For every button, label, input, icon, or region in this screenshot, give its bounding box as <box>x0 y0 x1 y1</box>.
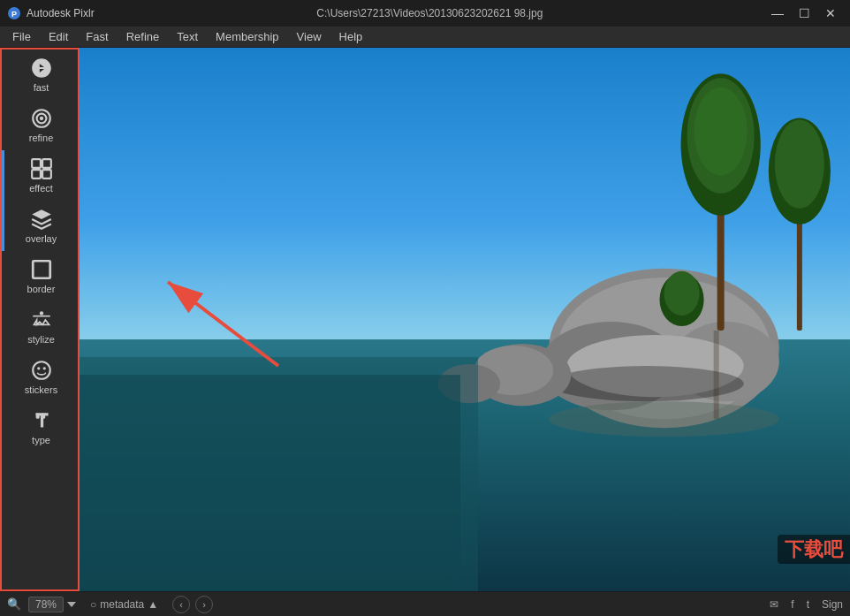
svg-point-11 <box>39 311 42 315</box>
nav-controls: ‹ › <box>172 596 213 613</box>
main-area: fast refine effect overlay <box>0 48 850 591</box>
svg-rect-6 <box>42 159 51 168</box>
sidebar-item-stickers[interactable]: stickers <box>2 352 78 402</box>
svg-rect-7 <box>32 170 41 179</box>
maximize-button[interactable]: ☐ <box>792 1 816 26</box>
border-icon <box>30 258 53 281</box>
svg-point-15 <box>35 415 39 419</box>
zoom-dropdown-arrow[interactable] <box>67 602 76 607</box>
window-controls: — ☐ ✕ <box>765 1 843 26</box>
horizon-line <box>80 331 850 331</box>
nav-prev-button[interactable]: ‹ <box>172 596 190 613</box>
sidebar-item-type[interactable]: type <box>2 402 78 452</box>
facebook-icon[interactable]: f <box>791 598 793 611</box>
overlay-label: overlay <box>26 233 57 244</box>
stickers-icon <box>30 359 53 382</box>
app-name: Autodesk Pixlr <box>27 7 95 19</box>
water <box>80 331 850 591</box>
meta-arrow[interactable]: ▲ <box>148 598 158 611</box>
menu-bar: File Edit Fast Refine Text Membership Vi… <box>0 27 850 48</box>
svg-point-13 <box>37 367 40 369</box>
sidebar-item-overlay[interactable]: overlay <box>2 201 78 251</box>
sidebar-item-fast[interactable]: fast <box>2 49 78 100</box>
menu-help[interactable]: Help <box>330 28 372 45</box>
minimize-button[interactable]: — <box>765 1 790 26</box>
svg-point-12 <box>33 361 50 379</box>
sidebar-item-refine[interactable]: refine <box>2 100 78 150</box>
sidebar-item-border[interactable]: border <box>2 251 78 301</box>
stylize-label: stylize <box>27 334 55 345</box>
svg-point-16 <box>42 415 45 419</box>
close-button[interactable]: ✕ <box>818 1 843 26</box>
fast-icon <box>30 57 53 80</box>
svg-point-14 <box>42 367 45 369</box>
sidebar: fast refine effect overlay <box>0 48 80 591</box>
stylize-icon <box>30 308 53 331</box>
svg-point-4 <box>39 117 42 120</box>
svg-rect-9 <box>33 261 50 278</box>
menu-membership[interactable]: Membership <box>207 28 288 45</box>
refine-label: refine <box>29 133 54 143</box>
canvas-area: 下载吧 <box>80 48 850 591</box>
email-icon[interactable]: ✉ <box>770 598 778 611</box>
search-icon[interactable]: 🔍 <box>7 597 21 611</box>
menu-view[interactable]: View <box>288 28 330 45</box>
menu-text[interactable]: Text <box>168 28 207 45</box>
type-label: type <box>32 435 50 445</box>
overlay-icon <box>30 208 53 231</box>
status-bar: 🔍 78% ○ metadata ▲ ‹ › ✉ f t Sign <box>0 591 850 616</box>
scene <box>80 48 850 591</box>
svg-text:P: P <box>11 10 17 19</box>
menu-file[interactable]: File <box>4 28 40 45</box>
status-right: ✉ f t Sign <box>770 598 843 611</box>
window-title: C:\Users\27213\Videos\20130623202621 98.… <box>102 7 758 19</box>
meta-label[interactable]: metadata <box>100 598 144 611</box>
svg-rect-5 <box>32 159 41 168</box>
sky <box>80 48 850 346</box>
effect-icon <box>30 157 53 180</box>
effect-label: effect <box>29 183 53 194</box>
svg-rect-8 <box>42 170 51 179</box>
stickers-label: stickers <box>25 384 57 395</box>
sidebar-item-stylize[interactable]: stylize <box>2 301 78 352</box>
app-logo-icon: P <box>7 6 21 20</box>
sidebar-item-effect[interactable]: effect <box>2 150 78 201</box>
zoom-control: 78% <box>28 597 76 612</box>
menu-fast[interactable]: Fast <box>77 28 117 45</box>
menu-refine[interactable]: Refine <box>118 28 169 45</box>
type-icon <box>30 409 53 432</box>
meta-icon: ○ <box>90 598 96 611</box>
title-bar: P Autodesk Pixlr C:\Users\27213\Videos\2… <box>0 0 850 27</box>
fast-label: fast <box>34 82 49 93</box>
sign-label[interactable]: Sign <box>822 598 843 611</box>
refine-icon <box>30 107 53 130</box>
app-logo: P Autodesk Pixlr <box>7 6 95 20</box>
twitter-icon[interactable]: t <box>807 598 809 611</box>
nav-next-button[interactable]: › <box>195 596 213 613</box>
zoom-value[interactable]: 78% <box>28 597 64 612</box>
menu-edit[interactable]: Edit <box>40 28 77 45</box>
metadata-control: ○ metadata ▲ <box>90 598 158 611</box>
border-label: border <box>27 284 56 294</box>
